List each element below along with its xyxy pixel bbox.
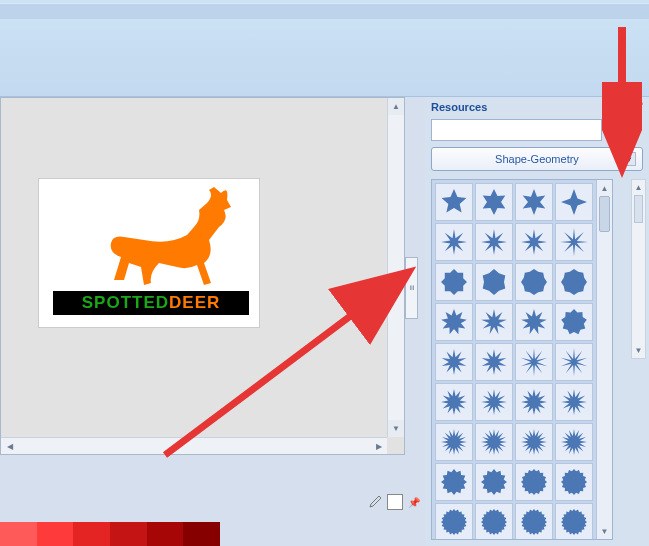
canvas-horizontal-scrollbar[interactable]: ◀ ▶ <box>1 437 387 454</box>
shape-star-8-thin2[interactable] <box>475 223 513 261</box>
scroll-up-icon[interactable]: ▲ <box>632 180 645 195</box>
panel-pin-icon[interactable]: 📌 <box>631 100 643 111</box>
shape-seal-20c[interactable] <box>515 503 553 540</box>
shape-star-8-thin3[interactable] <box>515 223 553 261</box>
shape-star-12[interactable] <box>435 383 473 421</box>
shape-round-8a[interactable] <box>515 263 553 301</box>
wordmark-part-2: DEER <box>169 293 220 313</box>
shape-star-9[interactable] <box>515 303 553 341</box>
shape-star-8-thin[interactable] <box>435 223 473 261</box>
palette-swatch[interactable] <box>110 522 147 546</box>
deer-graphic <box>99 185 234 288</box>
dropdown-label: Shape-Geometry <box>495 153 579 165</box>
scroll-down-icon[interactable]: ▼ <box>388 420 404 437</box>
palette-swatch[interactable] <box>37 522 74 546</box>
shape-star-6[interactable] <box>475 183 513 221</box>
shape-star-4[interactable] <box>555 183 593 221</box>
shape-burst-16b[interactable] <box>475 423 513 461</box>
shape-seal-16b[interactable] <box>555 463 593 501</box>
scroll-down-icon[interactable]: ▼ <box>632 343 645 358</box>
scroll-right-icon[interactable]: ▶ <box>370 438 387 454</box>
wordmark-part-1: SPOTTED <box>82 293 169 313</box>
scroll-left-icon[interactable]: ◀ <box>1 438 18 454</box>
color-palette[interactable] <box>0 522 220 546</box>
scrollbar-thumb[interactable] <box>599 196 610 232</box>
shape-seal-16[interactable] <box>515 463 553 501</box>
panel-collapse-handle[interactable]: ≡ <box>405 257 418 319</box>
palette-swatch[interactable] <box>183 522 220 546</box>
shape-spark-8[interactable] <box>555 223 593 261</box>
shape-burst-10[interactable] <box>435 343 473 381</box>
shape-burst-10b[interactable] <box>475 343 513 381</box>
panel-title: Resources <box>425 97 649 117</box>
scrollbar-thumb[interactable] <box>634 195 643 223</box>
search-input[interactable] <box>431 119 602 141</box>
shape-burst-16[interactable] <box>435 423 473 461</box>
shape-seal-12b[interactable] <box>475 463 513 501</box>
shape-octagon[interactable] <box>435 263 473 301</box>
wordmark: SPOTTEDDEER <box>53 291 249 315</box>
shape-burst-12b[interactable] <box>555 383 593 421</box>
eyedropper-icon[interactable] <box>367 494 383 510</box>
scroll-down-icon[interactable]: ▼ <box>597 523 612 539</box>
chevron-down-icon[interactable]: ▼ <box>622 152 636 166</box>
shape-star-5[interactable] <box>435 183 473 221</box>
palette-swatch[interactable] <box>73 522 110 546</box>
canvas-pane: SPOTTEDDEER ▲ ▼ ◀ ▶ ≡ <box>0 97 425 491</box>
shape-spark-thin2[interactable] <box>555 343 593 381</box>
shape-burst-16d[interactable] <box>555 423 593 461</box>
palette-swatch[interactable] <box>0 522 37 546</box>
current-color-swatch[interactable] <box>387 494 403 510</box>
shape-star-6b[interactable] <box>515 183 553 221</box>
scroll-up-icon[interactable]: ▲ <box>388 98 404 115</box>
shape-seal-12[interactable] <box>435 463 473 501</box>
resources-panel: Resources 📌 Shape-Geometry ▼ ▲ ▼ ▲ ▼ <box>425 97 649 546</box>
color-bar: 📌 <box>0 491 425 546</box>
scroll-up-icon[interactable]: ▲ <box>597 180 612 196</box>
shape-star-12b[interactable] <box>515 383 553 421</box>
shape-burst-16c[interactable] <box>515 423 553 461</box>
palette-swatch[interactable] <box>147 522 184 546</box>
shape-round-8b[interactable] <box>555 263 593 301</box>
ribbon-toolbar <box>0 0 649 97</box>
shape-gallery: ▲ ▼ <box>431 179 613 540</box>
shape-hex-round[interactable] <box>475 263 513 301</box>
pin-icon[interactable]: 📌 <box>407 495 421 509</box>
shape-burst-12[interactable] <box>475 383 513 421</box>
panel-scrollbar[interactable]: ▲ ▼ <box>631 179 646 359</box>
canvas-viewport[interactable]: SPOTTEDDEER ▲ ▼ ◀ ▶ <box>0 97 405 455</box>
shape-spark-thin[interactable] <box>515 343 553 381</box>
canvas-vertical-scrollbar[interactable]: ▲ ▼ <box>387 98 404 437</box>
shape-nona-star[interactable] <box>435 303 473 341</box>
shape-seal-20[interactable] <box>435 503 473 540</box>
shape-category-dropdown[interactable]: Shape-Geometry ▼ <box>431 147 643 171</box>
shape-seal-20b[interactable] <box>475 503 513 540</box>
shape-enneagon[interactable] <box>555 303 593 341</box>
gallery-scrollbar[interactable]: ▲ ▼ <box>596 180 612 539</box>
shape-seal-20d[interactable] <box>555 503 593 540</box>
logo-artboard[interactable]: SPOTTEDDEER <box>38 178 260 328</box>
shape-burst-9[interactable] <box>475 303 513 341</box>
